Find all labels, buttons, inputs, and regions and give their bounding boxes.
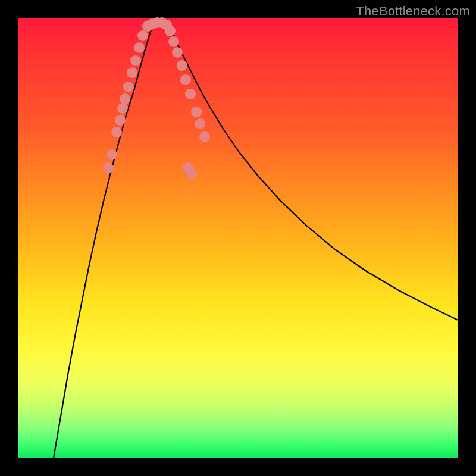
chart-svg (18, 18, 458, 458)
data-point (165, 26, 176, 36)
data-point (186, 168, 197, 179)
right-curve (167, 24, 458, 320)
data-point (195, 118, 205, 129)
chart-frame: TheBottleneck.com (0, 0, 476, 476)
left-curve (54, 24, 155, 458)
data-point (127, 67, 137, 78)
data-point (172, 47, 183, 58)
data-point (137, 30, 148, 41)
data-point (120, 93, 130, 104)
plot-area (18, 18, 458, 458)
data-points (103, 17, 210, 179)
data-point (199, 131, 210, 142)
data-point (123, 82, 134, 92)
data-point (117, 103, 128, 114)
data-point (103, 162, 114, 173)
data-point (130, 55, 141, 66)
data-point (180, 74, 191, 85)
data-point (185, 89, 196, 99)
data-point (177, 60, 187, 71)
data-point (168, 36, 179, 47)
data-point (191, 107, 202, 117)
data-point (115, 115, 126, 126)
data-point (107, 149, 117, 160)
data-point (111, 127, 122, 137)
data-point (134, 42, 145, 53)
watermark-text: TheBottleneck.com (356, 4, 470, 19)
